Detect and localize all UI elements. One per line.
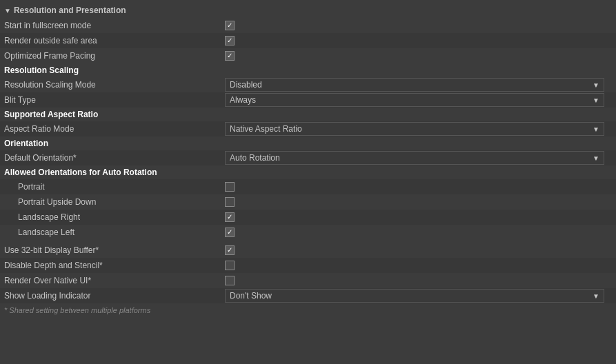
settings-row: Portrait [0,179,616,194]
checkbox-use-32-bit-display-buffer[interactable] [225,245,235,255]
subheader-label: Resolution Scaling [4,65,79,75]
dropdown-value: Disabled [230,80,590,90]
checkbox-render-outside-safe-area[interactable] [225,36,235,46]
row-label: Landscape Right [4,212,225,222]
row-label: Render Over Native UI* [4,276,225,285]
settings-row: Render outside safe area [0,33,616,48]
checkbox-portrait[interactable] [225,182,235,192]
row-control [225,197,612,207]
dropdown-arrow-icon: ▼ [593,125,599,133]
row-control: Native Aspect Ratio▼ [225,122,612,136]
dropdown-blit-type[interactable]: Always▼ [225,93,604,107]
row-control [225,36,612,46]
dropdown-value: Native Aspect Ratio [230,124,590,134]
settings-row: Disable Depth and Stencil* [0,258,616,273]
row-label: Portrait Upside Down [4,197,225,207]
dropdown-arrow-icon: ▼ [593,154,599,162]
row-label: Show Loading Indicator [4,291,225,301]
section-header[interactable]: ▼ Resolution and Presentation [0,3,616,18]
dropdown-arrow-icon: ▼ [593,97,599,104]
settings-row: Optimized Frame Pacing [0,48,616,63]
row-control [225,228,612,237]
settings-row: Start in fullscreen mode [0,18,616,33]
settings-row: Resolution Scaling ModeDisabled▼ [0,77,616,92]
row-label: Landscape Left [4,228,225,237]
row-label: Portrait [4,182,225,192]
row-control: Auto Rotation▼ [225,151,612,165]
row-control [225,261,612,270]
dropdown-value: Auto Rotation [230,153,590,163]
settings-row: Render Over Native UI* [0,273,616,288]
dropdown-show-loading-indicator[interactable]: Don't Show▼ [225,289,604,303]
row-control: Always▼ [225,93,612,107]
settings-row: Landscape Left [0,225,616,240]
checkbox-render-over-native-ui[interactable] [225,276,235,285]
settings-row: Blit TypeAlways▼ [0,92,616,108]
row-label: Use 32-bit Display Buffer* [4,245,225,255]
subheader-row: Orientation [0,136,616,150]
dropdown-arrow-icon: ▼ [593,292,599,300]
subheader-label: Supported Aspect Ratio [4,110,98,119]
row-control: Disabled▼ [225,78,612,92]
checkbox-portrait-upside-down[interactable] [225,197,235,207]
row-control [225,276,612,285]
row-control [225,51,612,61]
row-label: Render outside safe area [4,36,225,46]
dropdown-value: Don't Show [230,291,590,301]
settings-panel: ▼ Resolution and Presentation Start in f… [0,0,616,320]
row-label: Resolution Scaling Mode [4,80,225,90]
row-control: Don't Show▼ [225,289,612,303]
settings-row: Landscape Right [0,210,616,225]
row-label: Blit Type [4,95,225,105]
subheader-row: Resolution Scaling [0,63,616,77]
checkbox-disable-depth-and-stencil[interactable] [225,261,235,270]
settings-row: Show Loading IndicatorDon't Show▼ [0,288,616,303]
settings-row: Use 32-bit Display Buffer* [0,243,616,258]
section-title: Resolution and Presentation [14,6,126,15]
settings-row: Aspect Ratio ModeNative Aspect Ratio▼ [0,121,616,136]
subheader-row: Supported Aspect Ratio [0,108,616,121]
subheader-row: Allowed Orientations for Auto Rotation [0,165,616,179]
row-label: Aspect Ratio Mode [4,124,225,134]
dropdown-value: Always [230,95,590,105]
checkbox-start-in-fullscreen-mode[interactable] [225,21,235,30]
row-control [225,182,612,192]
dropdown-aspect-ratio-mode[interactable]: Native Aspect Ratio▼ [225,122,604,136]
subheader-label: Allowed Orientations for Auto Rotation [4,168,157,177]
settings-row: Default Orientation*Auto Rotation▼ [0,150,616,165]
checkbox-optimized-frame-pacing[interactable] [225,51,235,61]
footnote: * Shared setting between multiple platfo… [0,303,616,317]
row-label: Optimized Frame Pacing [4,51,225,61]
row-label: Disable Depth and Stencil* [4,261,225,270]
collapse-arrow-icon: ▼ [4,7,11,14]
row-label: Start in fullscreen mode [4,21,225,30]
checkbox-landscape-left[interactable] [225,228,235,237]
dropdown-arrow-icon: ▼ [593,81,599,89]
row-control [225,21,612,30]
rows-container: Start in fullscreen modeRender outside s… [0,18,616,303]
settings-row: Portrait Upside Down [0,194,616,210]
row-label: Default Orientation* [4,153,225,163]
dropdown-resolution-scaling-mode[interactable]: Disabled▼ [225,78,604,92]
dropdown-default-orientation[interactable]: Auto Rotation▼ [225,151,604,165]
row-control [225,245,612,255]
subheader-label: Orientation [4,139,48,148]
checkbox-landscape-right[interactable] [225,212,235,222]
row-control [225,212,612,222]
